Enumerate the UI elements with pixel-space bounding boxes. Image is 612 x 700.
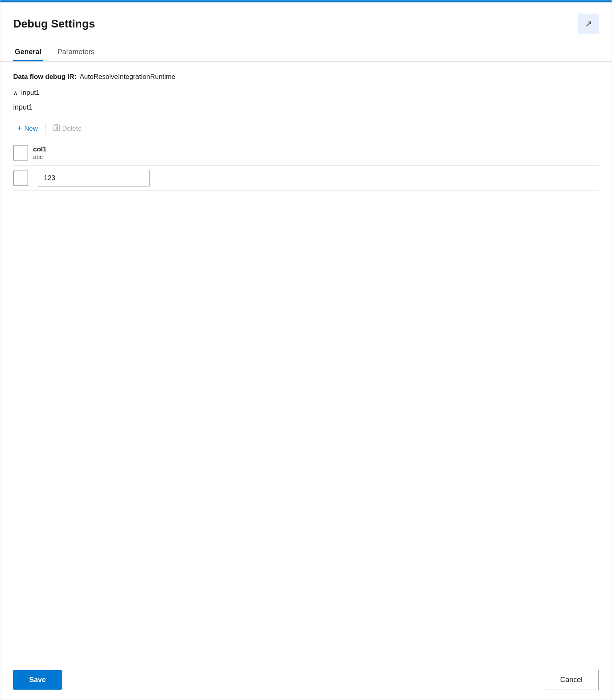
- data-flow-ir-label: Data flow debug IR:: [13, 73, 77, 81]
- data-flow-ir-value: AutoResolveIntegrationRuntime: [80, 73, 175, 81]
- chevron-down-icon: ∧: [13, 89, 18, 97]
- dialog-header: Debug Settings ↗: [0, 2, 612, 34]
- dialog-body: Data flow debug IR: AutoResolveIntegrati…: [0, 62, 612, 660]
- delete-button-label: Delete: [62, 125, 82, 133]
- table-area: col1 abc: [13, 140, 599, 191]
- section-toggle[interactable]: ∧ input1: [13, 89, 599, 97]
- toolbar-divider: [45, 123, 45, 134]
- data-flow-ir-row: Data flow debug IR: AutoResolveIntegrati…: [13, 73, 599, 81]
- dialog-footer: Save Cancel: [0, 660, 612, 700]
- dialog-title: Debug Settings: [13, 18, 95, 30]
- input-section-title: input1: [13, 103, 599, 112]
- expand-button[interactable]: ↗: [578, 14, 599, 34]
- col-type: abc: [33, 153, 47, 160]
- cell-input[interactable]: [38, 170, 150, 186]
- cancel-button[interactable]: Cancel: [544, 670, 599, 690]
- col-name: col1: [33, 145, 47, 153]
- tabs-container: General Parameters: [0, 37, 612, 62]
- input-section: input1 + New Delet: [13, 103, 599, 191]
- trash-icon: [53, 124, 60, 133]
- new-button-label: New: [24, 125, 38, 133]
- save-button[interactable]: Save: [13, 670, 62, 690]
- section-toggle-label: input1: [21, 89, 39, 97]
- expand-icon: ↗: [585, 19, 592, 29]
- col-header: col1 abc: [33, 145, 47, 160]
- new-button[interactable]: + New: [13, 122, 42, 135]
- toolbar: + New Delete: [13, 117, 599, 140]
- header-checkbox[interactable]: [13, 145, 28, 161]
- delete-button[interactable]: Delete: [49, 121, 86, 136]
- debug-settings-dialog: Debug Settings ↗ General Parameters Data…: [0, 0, 612, 700]
- tab-parameters[interactable]: Parameters: [56, 44, 96, 61]
- row-checkbox[interactable]: [13, 171, 28, 186]
- table-row: [13, 166, 599, 191]
- table-header-row: col1 abc: [13, 140, 599, 166]
- tab-general[interactable]: General: [13, 44, 43, 61]
- plus-icon: +: [17, 124, 22, 133]
